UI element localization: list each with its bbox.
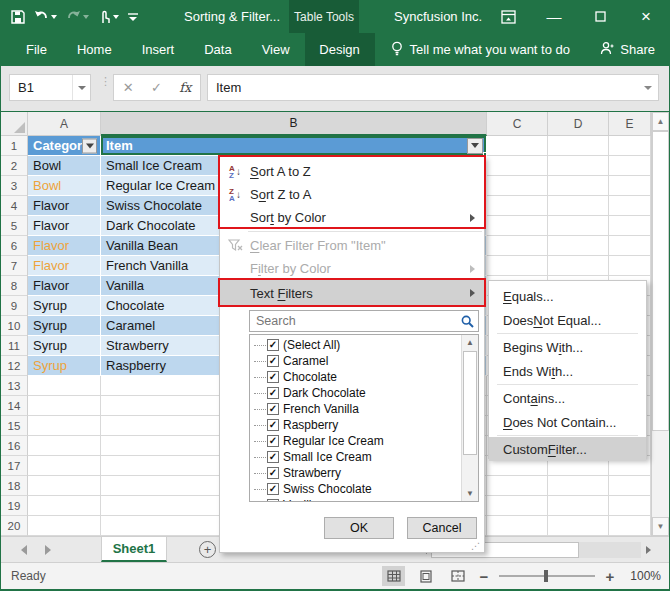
filter-list-item[interactable]: ✓ Small Ice Cream (250, 449, 461, 465)
ribbon-tab-insert[interactable]: Insert (127, 33, 190, 66)
cell[interactable] (28, 496, 101, 516)
submenu-item-contains[interactable]: Contains... (489, 386, 646, 410)
normal-view-icon[interactable] (382, 566, 405, 586)
search-input[interactable] (250, 314, 456, 328)
row-number[interactable]: 19 (1, 496, 28, 516)
cell[interactable] (609, 136, 651, 156)
close-button[interactable]: × (623, 0, 669, 33)
share-button[interactable]: Share (600, 41, 655, 58)
filter-list-item[interactable]: ✓ Swiss Chocolate (250, 481, 461, 497)
touch-mode-button[interactable] (98, 10, 119, 24)
undo-dropdown-icon[interactable] (51, 15, 57, 19)
filter-list-item[interactable]: ✓ Chocolate (250, 369, 461, 385)
cell-a1-category-header[interactable]: Category (28, 136, 101, 156)
row-number[interactable]: 15 (1, 416, 28, 436)
category-cell[interactable]: Flavor (28, 256, 101, 276)
cell[interactable] (487, 196, 548, 216)
search-icon[interactable] (456, 315, 478, 328)
cell[interactable] (487, 156, 548, 176)
new-sheet-button[interactable]: + (199, 541, 216, 558)
cell[interactable] (609, 256, 651, 276)
filter-list-item[interactable]: ✓ (Select All) (250, 337, 461, 353)
cell[interactable] (609, 236, 651, 256)
row-number[interactable]: 8 (1, 276, 28, 296)
cell[interactable] (28, 396, 101, 416)
cell[interactable] (548, 136, 609, 156)
cell[interactable] (609, 216, 651, 236)
row-number[interactable]: 7 (1, 256, 28, 276)
checkbox-checked-icon[interactable]: ✓ (267, 371, 279, 383)
row-number[interactable]: 18 (1, 476, 28, 496)
row-number[interactable]: 10 (1, 316, 28, 336)
row-number[interactable]: 16 (1, 436, 28, 456)
cell-b1-item-header[interactable]: Item (101, 136, 487, 156)
cancel-button[interactable]: Cancel (407, 517, 477, 539)
maximize-button[interactable] (577, 0, 623, 33)
minimize-button[interactable]: — (531, 0, 577, 33)
cancel-entry-icon[interactable]: ✕ (123, 80, 134, 95)
checkbox-checked-icon[interactable]: ✓ (267, 339, 279, 351)
list-scroll-thumb[interactable] (463, 351, 477, 455)
insert-function-icon[interactable]: fx (179, 80, 191, 95)
scroll-right-icon[interactable] (641, 542, 655, 558)
row-number[interactable]: 14 (1, 396, 28, 416)
category-filter-button[interactable] (82, 138, 97, 153)
column-header-a[interactable]: A (28, 112, 101, 136)
cell[interactable] (487, 176, 548, 196)
category-cell[interactable]: Flavor (28, 216, 101, 236)
sheet-tab-sheet1[interactable]: Sheet1 (101, 537, 167, 562)
checkbox-checked-icon[interactable]: ✓ (267, 387, 279, 399)
cell[interactable] (28, 416, 101, 436)
cell[interactable] (487, 236, 548, 256)
category-cell[interactable]: Bowl (28, 156, 101, 176)
cell[interactable] (28, 436, 101, 456)
list-scroll-up-icon[interactable]: ▲ (462, 335, 478, 350)
cell[interactable] (548, 196, 609, 216)
filter-list-item[interactable]: ✓ Raspberry (250, 417, 461, 433)
ribbon-display-options-icon[interactable] (485, 0, 531, 33)
ribbon-tab-file[interactable]: File (11, 33, 62, 66)
column-header-b[interactable]: B (101, 112, 487, 136)
cell[interactable] (28, 516, 101, 536)
cell[interactable] (28, 476, 101, 496)
enter-entry-icon[interactable]: ✓ (151, 80, 162, 95)
menu-item-sort-z-to-a[interactable]: ZA↓ Sort Z to A (220, 183, 484, 206)
cell[interactable] (609, 476, 651, 496)
category-cell[interactable]: Syrup (28, 316, 101, 336)
cell[interactable] (548, 156, 609, 176)
cell[interactable] (609, 516, 651, 536)
zoom-slider[interactable] (499, 575, 595, 577)
checkbox-checked-icon[interactable]: ✓ (267, 435, 279, 447)
scroll-down-icon[interactable]: ▼ (652, 517, 669, 536)
column-header-d[interactable]: D (548, 112, 609, 136)
menu-item-text-filters[interactable]: Text Filters (220, 280, 484, 306)
cell[interactable] (28, 376, 101, 396)
row-number[interactable]: 5 (1, 216, 28, 236)
ribbon-tab-view[interactable]: View (247, 33, 305, 66)
checkbox-checked-icon[interactable]: ✓ (267, 451, 279, 463)
next-sheet-icon[interactable] (45, 545, 51, 555)
tell-me-box[interactable]: Tell me what you want to do (391, 41, 570, 59)
name-box-dropdown-icon[interactable] (72, 75, 90, 100)
menu-item-sort-by-color[interactable]: Sort by Color (220, 206, 484, 229)
checkbox-checked-icon[interactable]: ✓ (267, 483, 279, 495)
ribbon-tab-data[interactable]: Data (189, 33, 246, 66)
category-cell[interactable]: Syrup (28, 336, 101, 356)
checkbox-checked-icon[interactable]: ✓ (267, 467, 279, 479)
select-all-corner[interactable] (1, 112, 28, 136)
cell[interactable] (548, 176, 609, 196)
zoom-in-button[interactable]: + (604, 568, 616, 585)
checkbox-checked-icon[interactable]: ✓ (267, 403, 279, 415)
row-number[interactable]: 6 (1, 236, 28, 256)
undo-button[interactable] (34, 10, 57, 23)
submenu-item-ends-with[interactable]: Ends With... (489, 359, 646, 383)
row-number[interactable]: 17 (1, 456, 28, 476)
checkbox-checked-icon[interactable]: ✓ (267, 355, 279, 367)
submenu-item-does-not-contain[interactable]: Does Not Contain... (489, 410, 646, 434)
row-number[interactable]: 9 (1, 296, 28, 316)
row-number[interactable]: 12 (1, 356, 28, 376)
zoom-out-button[interactable]: − (478, 568, 490, 585)
prev-sheet-icon[interactable] (21, 545, 27, 555)
filter-list-scrollbar[interactable]: ▲ ▼ (461, 335, 478, 501)
item-filter-button[interactable] (467, 138, 483, 154)
